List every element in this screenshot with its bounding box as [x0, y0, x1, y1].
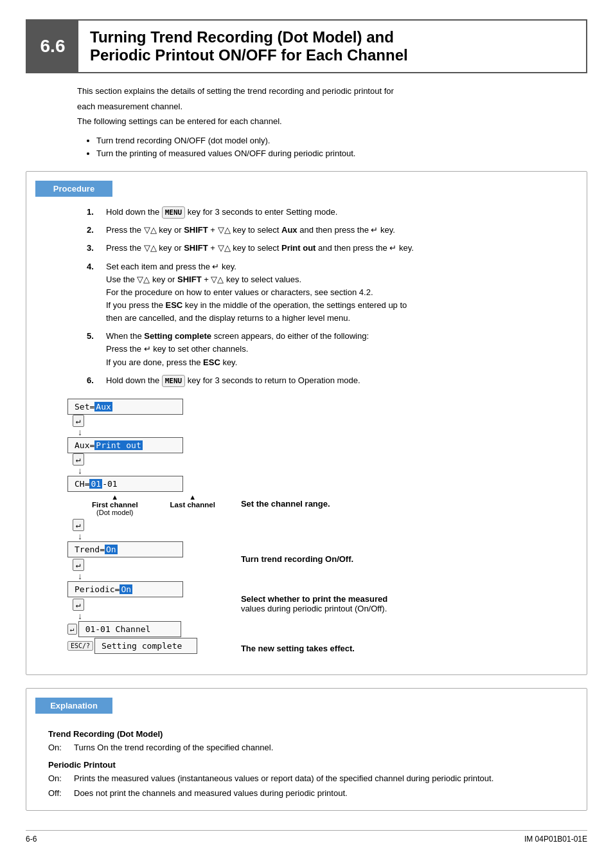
lcd-ch-range: CH=01-01: [67, 476, 183, 492]
step-6-content: Hold down the MENU key for 3 seconds to …: [106, 374, 578, 387]
explanation-content: Trend Recording (Dot Model) On: Turns On…: [48, 729, 578, 800]
step-3-num: 3.: [87, 242, 106, 255]
lcd-aux-print: Aux=Print out: [67, 437, 183, 453]
down-arrow-1: ↓: [78, 427, 82, 437]
footer-left: 6-6: [26, 835, 37, 844]
expl-heading-1: Trend Recording (Dot Model): [48, 729, 578, 739]
arrow-5: ↵ ↓: [73, 599, 84, 621]
step-2-num: 2.: [87, 224, 106, 237]
lcd-set-aux-box: Set=Aux: [67, 399, 183, 415]
intro-line2: each measurement channel.: [77, 100, 587, 113]
dot-model-text: (Dot model): [96, 509, 133, 516]
step-1: 1. Hold down the MENU key for 3 seconds …: [87, 206, 578, 219]
expl-on2-val: Prints the measured values (instantaneou…: [74, 772, 578, 785]
section-title: Turning Trend Recording (Dot Model) and …: [78, 21, 420, 72]
label-complete: The new setting takes effect.: [241, 644, 387, 653]
diagram-left: Set=Aux ↵ ↓ Aux=Print out ↵ ↓: [67, 399, 215, 654]
arrow-1: ↵ ↓: [73, 415, 84, 437]
expl-on1-val: Turns On the trend recording of the spec…: [74, 741, 578, 754]
arrow-3: ↵ ↓: [73, 519, 84, 541]
step-1-content: Hold down the MENU key for 3 seconds to …: [106, 206, 578, 219]
arrow-2: ↵ ↓: [73, 453, 84, 476]
label-trend: Turn trend recording On/Off.: [241, 554, 387, 564]
expl-off2: Off: Does not print the channels and mea…: [48, 787, 578, 800]
diagram: Set=Aux ↵ ↓ Aux=Print out ↵ ↓: [67, 399, 578, 654]
down-arrow-5: ↓: [78, 611, 82, 621]
last-channel-text: Last channel: [170, 501, 215, 509]
lcd-trend-box: Trend=On: [67, 541, 183, 557]
label-periodic2: values during periodic printout (On/Off)…: [241, 604, 387, 613]
first-channel-label: ▲ First channel (Dot model): [92, 493, 138, 516]
arrow-4: ↵ ↓: [73, 559, 84, 581]
lcd-trend: Trend=On: [67, 541, 183, 557]
lcd-set-aux: Set=Aux: [67, 399, 183, 415]
label-ch: Set the channel range.: [241, 499, 387, 509]
step-5-num: 5.: [87, 330, 106, 343]
enter-sym-1: ↵: [73, 415, 84, 427]
diagram-right: Set the channel range. Turn trend record…: [215, 399, 387, 654]
step-4: 4. Set each item and press the ↵ key. Us…: [87, 260, 578, 325]
enter-sym-2: ↵: [73, 453, 84, 466]
enter-complete: ↵: [67, 624, 77, 635]
steps-list: 1. Hold down the MENU key for 3 seconds …: [87, 206, 578, 387]
expl-heading-2: Periodic Printout: [48, 760, 578, 770]
lcd-aux-print-box: Aux=Print out: [67, 437, 183, 453]
expl-on2: On: Prints the measured values (instanta…: [48, 772, 578, 785]
step-6-num: 6.: [87, 374, 106, 387]
menu-key-6: MENU: [162, 375, 186, 387]
print-highlight: Print out: [94, 440, 142, 450]
intro-line1: This section explains the details of set…: [77, 85, 587, 98]
aux-highlight: Aux: [94, 402, 112, 411]
label-periodic1: Select whether to print the measured: [241, 594, 387, 604]
lcd-periodic-box: Periodic=On: [67, 581, 183, 597]
explanation-section: Explanation Trend Recording (Dot Model) …: [26, 688, 587, 811]
enter-sym-4: ↵: [73, 559, 84, 571]
lcd-complete: ↵ 01-01 Channel ESC/? Setting complete: [67, 621, 197, 654]
step-3: 3. Press the ▽△ key or SHIFT + ▽△ key to…: [87, 242, 578, 255]
lcd-complete-box: 01-01 Channel: [78, 621, 181, 637]
lcd-periodic: Periodic=On: [67, 581, 183, 597]
bullet-2: Turn the printing of measured values ON/…: [96, 147, 587, 161]
first-channel-text: First channel: [92, 501, 138, 509]
expl-off2-val: Does not print the channels and measured…: [74, 787, 578, 800]
intro-line3: The following settings can be entered fo…: [77, 115, 587, 128]
procedure-label: Procedure: [35, 181, 112, 197]
trend-highlight: On: [105, 545, 118, 554]
periodic-highlight: On: [120, 584, 132, 594]
explanation-label: Explanation: [35, 698, 112, 714]
page-footer: 6-6 IM 04P01B01-01E: [26, 830, 587, 844]
page: 6.6 Turning Trend Recording (Dot Model) …: [0, 0, 613, 868]
expl-on1: On: Turns On the trend recording of the …: [48, 741, 578, 754]
step-2: 2. Press the ▽△ key or SHIFT + ▽△ key to…: [87, 224, 578, 237]
lcd-complete-box2: Setting complete: [94, 638, 197, 654]
down-arrow-2: ↓: [78, 466, 82, 476]
down-arrow-3: ↓: [78, 531, 82, 541]
expl-on1-key: On:: [48, 741, 74, 754]
step-6: 6. Hold down the MENU key for 3 seconds …: [87, 374, 578, 387]
enter-sym-5: ↵: [73, 599, 84, 611]
section-number: 6.6: [27, 21, 78, 72]
expl-on2-key: On:: [48, 772, 74, 785]
complete-line2: Setting complete: [102, 641, 182, 651]
esc-key: ESC/?: [67, 641, 93, 651]
step-2-content: Press the ▽△ key or SHIFT + ▽△ key to se…: [106, 224, 578, 237]
last-channel-label: ▲ Last channel: [170, 493, 215, 516]
section-header: 6.6 Turning Trend Recording (Dot Model) …: [26, 19, 587, 73]
ch-first-highlight: 01: [89, 479, 102, 489]
down-arrow-4: ↓: [78, 571, 82, 581]
step-3-content: Press the ▽△ key or SHIFT + ▽△ key to se…: [106, 242, 578, 255]
complete-line1: 01-01 Channel: [85, 624, 151, 634]
procedure-section: Procedure 1. Hold down the MENU key for …: [26, 171, 587, 675]
bullet-1: Turn trend recording ON/OFF (dot model o…: [96, 134, 587, 148]
step-5-content: When the Setting complete screen appears…: [106, 330, 578, 368]
ch-labels: ▲ First channel (Dot model) ▲ Last chann…: [92, 493, 215, 516]
intro-bullets: Turn trend recording ON/OFF (dot model o…: [90, 134, 587, 161]
step-4-content: Set each item and press the ↵ key. Use t…: [106, 260, 578, 325]
enter-sym-3: ↵: [73, 519, 84, 531]
lcd-ch-box: CH=01-01: [67, 476, 183, 492]
footer-right: IM 04P01B01-01E: [524, 835, 587, 844]
step-5: 5. When the Setting complete screen appe…: [87, 330, 578, 368]
expl-off2-key: Off:: [48, 787, 74, 800]
step-1-num: 1.: [87, 206, 106, 219]
step-4-num: 4.: [87, 260, 106, 273]
